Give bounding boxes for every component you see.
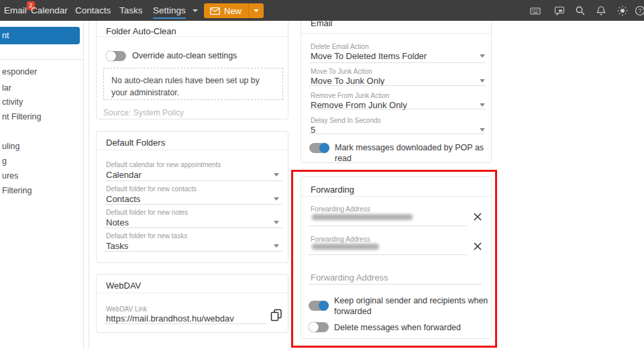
forwarding-address-input[interactable]: Forwarding Address [311, 272, 388, 283]
delete-email-action-select[interactable]: Move To Deleted Items Folder [311, 51, 427, 61]
sidebar-item-sharing[interactable]: g [2, 156, 7, 166]
field-label: Move To Junk Action [311, 68, 372, 75]
card-title-divider [97, 293, 288, 293]
sidebar-item-auto-responder[interactable]: esponder [2, 67, 37, 77]
chevron-down-icon[interactable] [274, 221, 279, 224]
toggle-knob [319, 143, 329, 153]
field-label: Forwarding Address [311, 205, 370, 213]
sidebar-item-content-filtering[interactable]: nt Filtering [2, 112, 41, 121]
keep-original-sender-toggle[interactable] [309, 301, 329, 311]
card-title: WebDAV [106, 281, 141, 291]
field-label: Delete Email Action [311, 43, 369, 50]
pop-read-label: Mark messages downloaded by POP as read [335, 143, 491, 164]
field-underline [309, 134, 486, 134]
card-title-divider [301, 196, 491, 197]
field-underline [105, 228, 282, 228]
sidebar-item-selected-account[interactable]: nt [0, 27, 80, 44]
chevron-down-icon[interactable] [274, 173, 279, 177]
field-underline [309, 226, 467, 226]
nav-contacts[interactable]: Contacts [75, 0, 111, 21]
panel-border [89, 21, 89, 349]
override-auto-clean-toggle[interactable] [106, 51, 126, 61]
help-icon[interactable]: ? [635, 5, 644, 16]
sidebar-item-scheduling[interactable]: uling [2, 142, 19, 151]
card-webdav: WebDAV WebDAV Link https://mail.brandhos… [96, 274, 288, 333]
chevron-down-icon [254, 9, 259, 12]
delete-when-forwarded-toggle[interactable] [309, 322, 329, 332]
move-to-junk-action-select[interactable]: Move To Junk Only [311, 76, 384, 86]
sidebar-item-spam-filtering[interactable]: Filtering [2, 186, 32, 195]
source-system-policy: Source: System Policy [103, 108, 184, 117]
chevron-down-icon[interactable] [480, 103, 485, 107]
default-notes-select[interactable]: Notes [106, 217, 129, 228]
field-label: WebDAV Link [106, 305, 147, 313]
sidebar-border [83, 21, 84, 349]
forwarding-address-masked-value [312, 214, 413, 220]
chevron-down-icon [193, 9, 198, 12]
pop-read-toggle[interactable] [309, 143, 329, 153]
search-icon[interactable] [575, 5, 586, 16]
new-button-main[interactable]: New [204, 3, 248, 18]
card-title: Folder Auto-Clean [106, 26, 176, 36]
auto-clean-notice: No auto-clean rules have been set up by … [103, 68, 283, 100]
keep-original-sender-label: Keep original sender and recipients when… [334, 296, 490, 317]
remove-address-icon[interactable] [473, 242, 482, 251]
card-forwarding: Forwarding Forwarding Address Forwarding… [301, 177, 492, 339]
field-label: Default calendar for new appointments [106, 161, 221, 168]
chevron-down-icon[interactable] [480, 79, 485, 83]
nav-calendar[interactable]: Calendar [31, 0, 68, 21]
field-underline [105, 204, 282, 205]
field-underline [309, 109, 486, 109]
keyboard-icon[interactable] [530, 5, 541, 16]
topbar: Email 2 Calendar Contacts Tasks Settings… [0, 0, 644, 21]
override-auto-clean-label: Override auto-clean settings [132, 51, 237, 62]
field-underline [309, 254, 467, 255]
sidebar-divider [0, 59, 83, 60]
envelope-icon [210, 7, 220, 15]
field-label: Remove From Junk Action [311, 92, 389, 99]
field-underline [309, 85, 486, 86]
card-title-divider [97, 150, 288, 150]
chevron-down-icon[interactable] [274, 244, 279, 248]
card-email: Email Delete Email Action Move To Delete… [301, 11, 492, 163]
field-label: Default folder for new tasks [106, 232, 187, 240]
nav-tasks[interactable]: Tasks [119, 0, 143, 21]
card-title-divider [301, 33, 491, 34]
settings-page: nt esponder lar ctivity nt Filtering uli… [0, 0, 644, 349]
toggle-knob [319, 301, 329, 311]
field-underline [105, 251, 282, 252]
card-folder-auto-clean: Folder Auto-Clean Override auto-clean se… [96, 15, 288, 119]
copy-icon[interactable] [270, 309, 282, 321]
bell-icon[interactable] [596, 5, 606, 16]
field-label: Delay Send In Seconds [311, 117, 381, 124]
remove-address-icon[interactable] [473, 212, 482, 221]
new-button[interactable]: New [204, 3, 264, 18]
sidebar-item-calendar[interactable]: lar [2, 83, 11, 93]
field-label: Default folder for new contacts [106, 185, 197, 193]
default-tasks-select[interactable]: Tasks [106, 241, 128, 251]
toggle-knob [106, 51, 116, 61]
delete-when-forwarded-label: Delete messages when forwarded [334, 323, 461, 334]
field-label: Default folder for new notes [106, 209, 188, 216]
card-title-divider [97, 36, 288, 37]
default-calendar-select[interactable]: Calendar [106, 170, 142, 180]
chat-icon[interactable] [554, 5, 565, 16]
nav-email[interactable]: Email 2 [4, 0, 27, 21]
sidebar-item-signatures[interactable]: ures [2, 171, 18, 181]
forwarding-address-masked-value [312, 244, 379, 250]
chevron-down-icon[interactable] [480, 128, 485, 132]
toggle-knob [309, 322, 319, 332]
card-title: Forwarding [311, 185, 354, 195]
field-underline [105, 323, 267, 324]
field-underline [309, 62, 486, 63]
chevron-down-icon[interactable] [480, 54, 485, 58]
nav-settings[interactable]: Settings [153, 0, 198, 21]
card-default-folders: Default Folders Default calendar for new… [96, 131, 288, 263]
field-label: Forwarding Address [311, 236, 370, 243]
default-contacts-select[interactable]: Contacts [106, 194, 140, 204]
chevron-down-icon[interactable] [274, 197, 279, 201]
new-dropdown-button[interactable] [249, 3, 264, 18]
brightness-icon[interactable] [617, 5, 628, 16]
webdav-link-value[interactable]: https://mail.brandhost.hu/webdav [106, 313, 234, 323]
sidebar-item-connectivity[interactable]: ctivity [2, 97, 23, 107]
